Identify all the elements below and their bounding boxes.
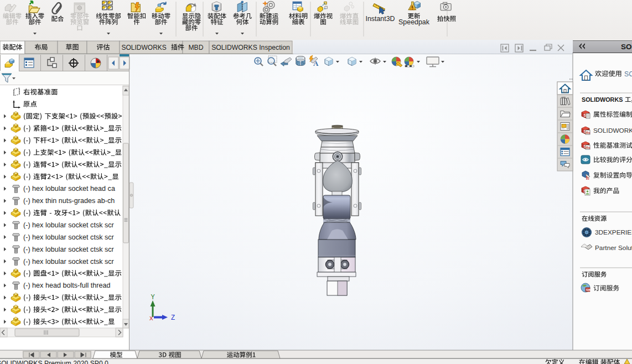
svg-text:SOLIDWORKS: SOLIDWORKS: [122, 44, 167, 51]
svg-text:SO: SO: [624, 70, 632, 78]
svg-text:SW: SW: [587, 177, 591, 180]
svg-text:(-) hex lobular socket ctsk sc: (-) hex lobular socket ctsk scr: [23, 246, 114, 253]
svg-text:SOLIDWORKS: SOLIDWORKS: [582, 96, 623, 103]
svg-text:(-) hex lobular socket head ca: (-) hex lobular socket head ca: [23, 185, 115, 193]
svg-text:3DEXPERIENCE: 3DEXPERIENCE: [595, 228, 632, 236]
svg-text:(-) hex lobular socket ctsk sc: (-) hex lobular socket ctsk scr: [23, 233, 114, 241]
svg-text:Partner Solut: Partner Solut: [595, 244, 632, 252]
svg-text:Z: Z: [171, 314, 175, 322]
svg-text:Speedpak: Speedpak: [398, 18, 430, 26]
svg-text:MBD: MBD: [188, 44, 203, 51]
svg-text:X: X: [149, 315, 153, 322]
svg-text:(-) hex head bolts-full thread: (-) hex head bolts-full thread: [23, 282, 111, 289]
svg-text:(-) hex lobular socket ctsk sc: (-) hex lobular socket ctsk scr: [23, 221, 114, 229]
svg-text:Rx: Rx: [586, 146, 590, 149]
svg-text:SOLIDWORKS Inspection: SOLIDWORKS Inspection: [211, 44, 290, 51]
svg-text:SOLIDWORKS: SOLIDWORKS: [593, 127, 632, 134]
svg-text:SOLIDWORKS Premium 2020 SP0.0: SOLIDWORKS Premium 2020 SP0.0: [0, 360, 108, 364]
svg-text:(-) hex thin nuts-grades ab-ch: (-) hex thin nuts-grades ab-ch: [23, 197, 115, 205]
svg-text:SOL: SOL: [621, 43, 632, 51]
svg-text:Rx: Rx: [586, 131, 590, 134]
svg-text:A: A: [313, 59, 319, 67]
svg-text:SW: SW: [586, 288, 592, 292]
svg-text:Y: Y: [151, 294, 154, 301]
svg-text:Instant3D: Instant3D: [365, 15, 395, 23]
svg-text:(-) hex lobular socket ctsk sc: (-) hex lobular socket ctsk scr: [23, 258, 114, 266]
